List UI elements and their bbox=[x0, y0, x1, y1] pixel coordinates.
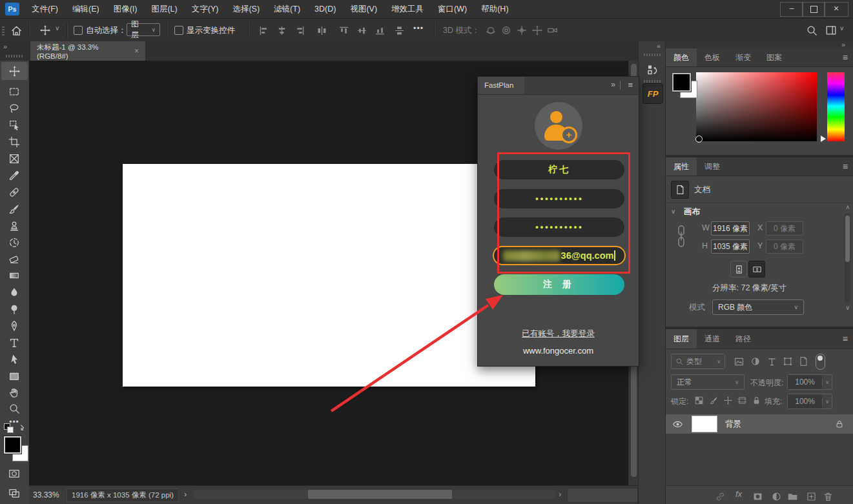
delete-layer-button[interactable] bbox=[821, 490, 834, 503]
maximize-button[interactable] bbox=[802, 2, 825, 17]
tab-adjustments[interactable]: 调整 bbox=[697, 157, 728, 176]
mode-select[interactable]: RGB 颜色 ∨ bbox=[712, 299, 804, 315]
new-adjustment-layer-button[interactable] bbox=[770, 490, 783, 503]
tab-color[interactable]: 颜色 bbox=[666, 48, 697, 66]
crop-tool[interactable] bbox=[6, 134, 22, 150]
color-panel-menu-icon[interactable]: ≡ bbox=[843, 52, 848, 63]
menu-3d[interactable]: 3D(D) bbox=[307, 5, 343, 14]
height-input[interactable]: 1035 像素 bbox=[711, 239, 750, 254]
menu-layer[interactable]: 图层(L) bbox=[144, 4, 184, 15]
link-layers-button[interactable] bbox=[714, 490, 726, 503]
lock-transparent-button[interactable] bbox=[693, 394, 704, 406]
layer-visibility-eye-icon[interactable] bbox=[672, 419, 683, 430]
more-options-button[interactable]: ••• bbox=[413, 24, 424, 33]
eraser-tool[interactable] bbox=[6, 251, 22, 267]
blur-tool[interactable] bbox=[6, 285, 22, 300]
layer-lock-icon[interactable] bbox=[835, 419, 844, 428]
rectangular-marquee-tool[interactable] bbox=[6, 84, 22, 99]
layer-name[interactable]: 背景 bbox=[725, 419, 835, 430]
layer-style-fx-button[interactable]: fx bbox=[735, 489, 742, 499]
properties-scroll-thumb[interactable] bbox=[845, 216, 850, 262]
align-left-button[interactable] bbox=[256, 23, 271, 38]
tab-swatches[interactable]: 色板 bbox=[697, 48, 728, 66]
password-field[interactable]: ●●●●●●●●●● bbox=[494, 189, 624, 208]
link-dimensions-icon[interactable] bbox=[676, 223, 686, 249]
move-tool-option[interactable] bbox=[37, 23, 53, 38]
distribute-h-button[interactable] bbox=[314, 23, 329, 38]
distribute-v-button[interactable] bbox=[391, 23, 407, 38]
h-scroll-chevron[interactable]: › bbox=[559, 490, 561, 499]
align-center-h-button[interactable] bbox=[274, 23, 289, 38]
filter-pixel-layers-button[interactable] bbox=[733, 356, 745, 367]
spot-healing-brush-tool[interactable] bbox=[6, 185, 22, 200]
fastplan-collapse-icon[interactable]: » bbox=[611, 80, 615, 89]
move-tool-chevron[interactable]: ∨ bbox=[55, 25, 59, 32]
quick-mask-button[interactable] bbox=[6, 466, 22, 481]
tab-layers[interactable]: 图层 bbox=[666, 329, 697, 348]
color-fg-swatch[interactable] bbox=[672, 73, 691, 92]
add-layer-mask-button[interactable] bbox=[751, 490, 764, 503]
3d-camera-button[interactable] bbox=[545, 23, 560, 38]
lasso-tool[interactable] bbox=[6, 101, 22, 116]
move-tool[interactable] bbox=[1, 62, 28, 80]
workspace-button[interactable] bbox=[823, 23, 839, 38]
history-panel-button[interactable] bbox=[644, 61, 661, 78]
menu-filter[interactable]: 滤镜(T) bbox=[267, 4, 307, 15]
align-middle-button[interactable] bbox=[354, 23, 369, 38]
layer-thumbnail[interactable] bbox=[692, 416, 717, 432]
lock-pixels-button[interactable] bbox=[708, 394, 719, 406]
filter-smart-objects-button[interactable] bbox=[797, 356, 809, 367]
layer-row-background[interactable]: 背景 bbox=[666, 414, 853, 434]
menu-file[interactable]: 文件(F) bbox=[25, 4, 65, 15]
show-transform-checkbox[interactable] bbox=[174, 26, 183, 35]
history-brush-tool[interactable] bbox=[6, 235, 22, 250]
properties-scroll-down[interactable]: ∨ bbox=[845, 305, 850, 311]
path-selection-tool[interactable] bbox=[6, 352, 22, 367]
brush-tool[interactable] bbox=[6, 201, 22, 217]
gradient-tool[interactable] bbox=[6, 268, 22, 283]
zoom-level[interactable]: 33.33% bbox=[33, 490, 59, 499]
new-group-button[interactable] bbox=[786, 490, 799, 503]
layers-empty-area[interactable] bbox=[666, 434, 853, 485]
object-selection-tool[interactable] bbox=[6, 117, 22, 133]
fastplan-menu-icon[interactable]: ≡ bbox=[628, 80, 633, 90]
hue-slider-arrow[interactable] bbox=[821, 136, 826, 142]
frame-tool[interactable] bbox=[6, 151, 22, 166]
properties-scrollbar[interactable] bbox=[845, 213, 850, 303]
filter-type-layers-button[interactable] bbox=[766, 356, 777, 367]
filter-shape-layers-button[interactable] bbox=[782, 356, 794, 367]
panels-collapse-icon[interactable]: » bbox=[841, 41, 845, 48]
tab-patterns[interactable]: 图案 bbox=[759, 48, 790, 66]
swap-colors-mini[interactable] bbox=[4, 423, 26, 434]
opacity-input[interactable]: 100% ∨ bbox=[787, 374, 832, 390]
document-tab-close-icon[interactable]: × bbox=[134, 46, 139, 55]
menu-plugins[interactable]: 增效工具 bbox=[384, 4, 431, 15]
login-link[interactable]: 已有账号，我要登录 bbox=[478, 328, 639, 339]
auto-select-checkbox[interactable] bbox=[74, 26, 83, 35]
align-bottom-button[interactable] bbox=[372, 23, 387, 38]
h-scroll-thumb[interactable] bbox=[308, 490, 452, 499]
clone-stamp-tool[interactable] bbox=[6, 218, 22, 234]
tab-gradients[interactable]: 渐变 bbox=[728, 48, 759, 66]
menu-edit[interactable]: 编辑(E) bbox=[65, 4, 107, 15]
home-button[interactable] bbox=[8, 23, 24, 38]
document-canvas[interactable] bbox=[123, 164, 535, 387]
layer-filter-select[interactable]: 类型 ∨ bbox=[671, 354, 725, 369]
lock-all-button[interactable] bbox=[750, 394, 762, 406]
close-button[interactable]: × bbox=[824, 2, 848, 17]
properties-panel-menu-icon[interactable]: ≡ bbox=[843, 161, 848, 172]
foreground-color-swatch[interactable] bbox=[4, 436, 21, 454]
properties-scroll-up[interactable]: ∧ bbox=[845, 204, 850, 210]
3d-slide-button[interactable] bbox=[529, 23, 545, 38]
document-type-button[interactable] bbox=[671, 181, 689, 199]
lock-artboard-button[interactable] bbox=[736, 394, 748, 406]
tab-paths[interactable]: 路径 bbox=[728, 329, 759, 348]
rectangle-tool[interactable] bbox=[6, 368, 22, 384]
width-input[interactable]: 1916 像素 bbox=[711, 221, 750, 236]
hand-tool[interactable] bbox=[6, 385, 22, 400]
menu-type[interactable]: 文字(Y) bbox=[185, 4, 226, 15]
dodge-tool[interactable] bbox=[6, 301, 22, 317]
register-button[interactable]: 注 册 bbox=[494, 274, 624, 295]
3d-pan-button[interactable] bbox=[514, 23, 529, 38]
saturation-value-picker[interactable] bbox=[696, 72, 817, 141]
